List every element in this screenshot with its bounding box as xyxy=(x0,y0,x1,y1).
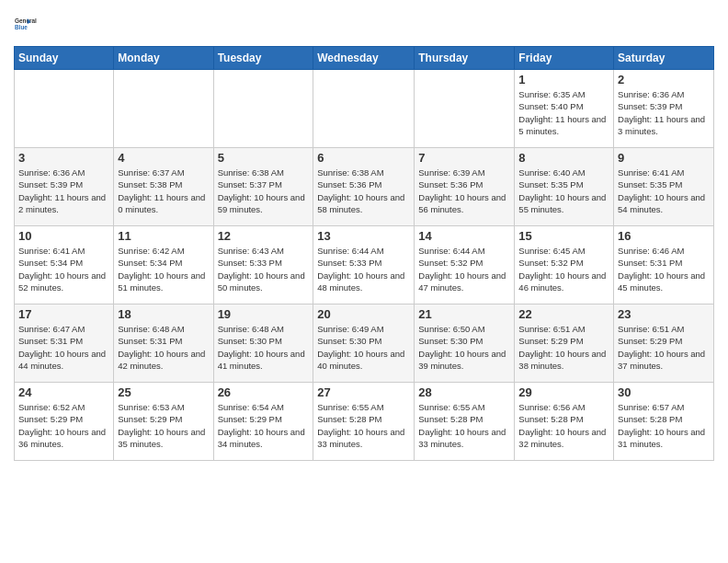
calendar-week-row: 10Sunrise: 6:41 AM Sunset: 5:34 PM Dayli… xyxy=(15,226,714,304)
day-info: Sunrise: 6:48 AM Sunset: 5:31 PM Dayligh… xyxy=(118,323,209,372)
calendar-cell: 1Sunrise: 6:35 AM Sunset: 5:40 PM Daylig… xyxy=(515,70,614,148)
day-info: Sunrise: 6:56 AM Sunset: 5:28 PM Dayligh… xyxy=(518,401,609,450)
day-info: Sunrise: 6:48 AM Sunset: 5:30 PM Dayligh… xyxy=(218,323,310,372)
day-info: Sunrise: 6:47 AM Sunset: 5:31 PM Dayligh… xyxy=(18,323,109,372)
day-number: 11 xyxy=(118,229,209,243)
calendar-cell xyxy=(213,70,313,148)
day-number: 24 xyxy=(18,385,109,399)
calendar-cell: 30Sunrise: 6:57 AM Sunset: 5:28 PM Dayli… xyxy=(614,383,714,461)
calendar-header-wednesday: Wednesday xyxy=(313,47,415,70)
calendar-cell: 24Sunrise: 6:52 AM Sunset: 5:29 PM Dayli… xyxy=(15,383,114,461)
day-info: Sunrise: 6:41 AM Sunset: 5:34 PM Dayligh… xyxy=(18,245,109,293)
day-number: 13 xyxy=(317,229,410,243)
day-number: 4 xyxy=(118,151,209,165)
day-info: Sunrise: 6:41 AM Sunset: 5:35 PM Dayligh… xyxy=(618,167,710,215)
day-number: 14 xyxy=(418,229,510,243)
day-number: 21 xyxy=(418,307,510,321)
day-number: 9 xyxy=(618,151,710,165)
day-number: 28 xyxy=(418,385,510,399)
calendar-cell: 26Sunrise: 6:54 AM Sunset: 5:29 PM Dayli… xyxy=(213,383,313,461)
calendar-header-tuesday: Tuesday xyxy=(213,47,313,70)
calendar-week-row: 1Sunrise: 6:35 AM Sunset: 5:40 PM Daylig… xyxy=(15,70,714,148)
day-number: 12 xyxy=(218,229,310,243)
calendar-week-row: 17Sunrise: 6:47 AM Sunset: 5:31 PM Dayli… xyxy=(15,304,714,383)
day-number: 29 xyxy=(518,385,609,399)
calendar-cell: 9Sunrise: 6:41 AM Sunset: 5:35 PM Daylig… xyxy=(614,148,714,226)
day-info: Sunrise: 6:52 AM Sunset: 5:29 PM Dayligh… xyxy=(18,401,109,450)
calendar-cell: 18Sunrise: 6:48 AM Sunset: 5:31 PM Dayli… xyxy=(114,304,213,383)
day-number: 20 xyxy=(317,307,410,321)
calendar-cell: 19Sunrise: 6:48 AM Sunset: 5:30 PM Dayli… xyxy=(213,304,313,383)
day-info: Sunrise: 6:43 AM Sunset: 5:33 PM Dayligh… xyxy=(218,245,310,293)
calendar-cell: 10Sunrise: 6:41 AM Sunset: 5:34 PM Dayli… xyxy=(15,226,114,304)
calendar-cell xyxy=(415,70,515,148)
calendar-cell: 16Sunrise: 6:46 AM Sunset: 5:31 PM Dayli… xyxy=(614,226,714,304)
day-info: Sunrise: 6:55 AM Sunset: 5:28 PM Dayligh… xyxy=(418,401,510,450)
calendar-cell: 28Sunrise: 6:55 AM Sunset: 5:28 PM Dayli… xyxy=(415,383,515,461)
day-number: 1 xyxy=(518,73,609,86)
calendar-header-thursday: Thursday xyxy=(415,47,515,70)
day-info: Sunrise: 6:53 AM Sunset: 5:29 PM Dayligh… xyxy=(118,401,209,450)
calendar-table: SundayMondayTuesdayWednesdayThursdayFrid… xyxy=(14,46,714,461)
calendar-cell: 5Sunrise: 6:38 AM Sunset: 5:37 PM Daylig… xyxy=(213,148,313,226)
calendar-cell: 3Sunrise: 6:36 AM Sunset: 5:39 PM Daylig… xyxy=(15,148,114,226)
calendar-cell: 8Sunrise: 6:40 AM Sunset: 5:35 PM Daylig… xyxy=(515,148,614,226)
day-info: Sunrise: 6:42 AM Sunset: 5:34 PM Dayligh… xyxy=(118,245,209,293)
calendar-week-row: 24Sunrise: 6:52 AM Sunset: 5:29 PM Dayli… xyxy=(15,383,714,461)
day-number: 19 xyxy=(218,307,310,321)
day-number: 23 xyxy=(618,307,710,321)
calendar-cell: 27Sunrise: 6:55 AM Sunset: 5:28 PM Dayli… xyxy=(313,383,415,461)
calendar-cell xyxy=(15,70,114,148)
day-info: Sunrise: 6:40 AM Sunset: 5:35 PM Dayligh… xyxy=(518,167,609,215)
day-number: 15 xyxy=(518,229,609,243)
calendar-cell: 21Sunrise: 6:50 AM Sunset: 5:30 PM Dayli… xyxy=(415,304,515,383)
day-info: Sunrise: 6:46 AM Sunset: 5:31 PM Dayligh… xyxy=(618,245,710,293)
calendar-cell: 29Sunrise: 6:56 AM Sunset: 5:28 PM Dayli… xyxy=(515,383,614,461)
day-info: Sunrise: 6:49 AM Sunset: 5:30 PM Dayligh… xyxy=(317,323,410,372)
calendar-header-monday: Monday xyxy=(114,47,213,70)
day-info: Sunrise: 6:39 AM Sunset: 5:36 PM Dayligh… xyxy=(418,167,510,215)
logo: General Blue xyxy=(14,9,43,39)
calendar-header-sunday: Sunday xyxy=(15,47,114,70)
day-number: 6 xyxy=(317,151,410,165)
header: General Blue xyxy=(14,9,714,39)
calendar-cell xyxy=(313,70,415,148)
calendar-cell: 4Sunrise: 6:37 AM Sunset: 5:38 PM Daylig… xyxy=(114,148,213,226)
calendar-header-friday: Friday xyxy=(515,47,614,70)
day-number: 16 xyxy=(618,229,710,243)
day-number: 10 xyxy=(18,229,109,243)
day-number: 7 xyxy=(418,151,510,165)
day-info: Sunrise: 6:38 AM Sunset: 5:36 PM Dayligh… xyxy=(317,167,410,215)
day-info: Sunrise: 6:44 AM Sunset: 5:32 PM Dayligh… xyxy=(418,245,510,293)
day-info: Sunrise: 6:35 AM Sunset: 5:40 PM Dayligh… xyxy=(518,88,609,137)
day-number: 27 xyxy=(317,385,410,399)
day-number: 30 xyxy=(618,385,710,399)
day-number: 22 xyxy=(518,307,609,321)
svg-text:Blue: Blue xyxy=(15,24,28,30)
day-info: Sunrise: 6:51 AM Sunset: 5:29 PM Dayligh… xyxy=(518,323,609,372)
calendar-cell: 23Sunrise: 6:51 AM Sunset: 5:29 PM Dayli… xyxy=(614,304,714,383)
calendar-cell: 20Sunrise: 6:49 AM Sunset: 5:30 PM Dayli… xyxy=(313,304,415,383)
calendar-cell: 25Sunrise: 6:53 AM Sunset: 5:29 PM Dayli… xyxy=(114,383,213,461)
calendar-cell: 2Sunrise: 6:36 AM Sunset: 5:39 PM Daylig… xyxy=(614,70,714,148)
day-info: Sunrise: 6:51 AM Sunset: 5:29 PM Dayligh… xyxy=(618,323,710,372)
day-info: Sunrise: 6:54 AM Sunset: 5:29 PM Dayligh… xyxy=(218,401,310,450)
calendar-cell: 6Sunrise: 6:38 AM Sunset: 5:36 PM Daylig… xyxy=(313,148,415,226)
day-number: 17 xyxy=(18,307,109,321)
calendar-cell: 12Sunrise: 6:43 AM Sunset: 5:33 PM Dayli… xyxy=(213,226,313,304)
calendar-header-row: SundayMondayTuesdayWednesdayThursdayFrid… xyxy=(15,47,714,70)
calendar-week-row: 3Sunrise: 6:36 AM Sunset: 5:39 PM Daylig… xyxy=(15,148,714,226)
day-info: Sunrise: 6:36 AM Sunset: 5:39 PM Dayligh… xyxy=(618,88,710,137)
calendar-cell xyxy=(114,70,213,148)
day-info: Sunrise: 6:50 AM Sunset: 5:30 PM Dayligh… xyxy=(418,323,510,372)
day-info: Sunrise: 6:36 AM Sunset: 5:39 PM Dayligh… xyxy=(18,167,109,215)
day-info: Sunrise: 6:55 AM Sunset: 5:28 PM Dayligh… xyxy=(317,401,410,450)
day-number: 8 xyxy=(518,151,609,165)
day-number: 5 xyxy=(218,151,310,165)
calendar-cell: 7Sunrise: 6:39 AM Sunset: 5:36 PM Daylig… xyxy=(415,148,515,226)
calendar-cell: 13Sunrise: 6:44 AM Sunset: 5:33 PM Dayli… xyxy=(313,226,415,304)
day-info: Sunrise: 6:44 AM Sunset: 5:33 PM Dayligh… xyxy=(317,245,410,293)
page: General Blue SundayMondayTuesdayWednesda… xyxy=(0,0,728,563)
calendar-cell: 14Sunrise: 6:44 AM Sunset: 5:32 PM Dayli… xyxy=(415,226,515,304)
logo-icon: General Blue xyxy=(14,9,43,39)
